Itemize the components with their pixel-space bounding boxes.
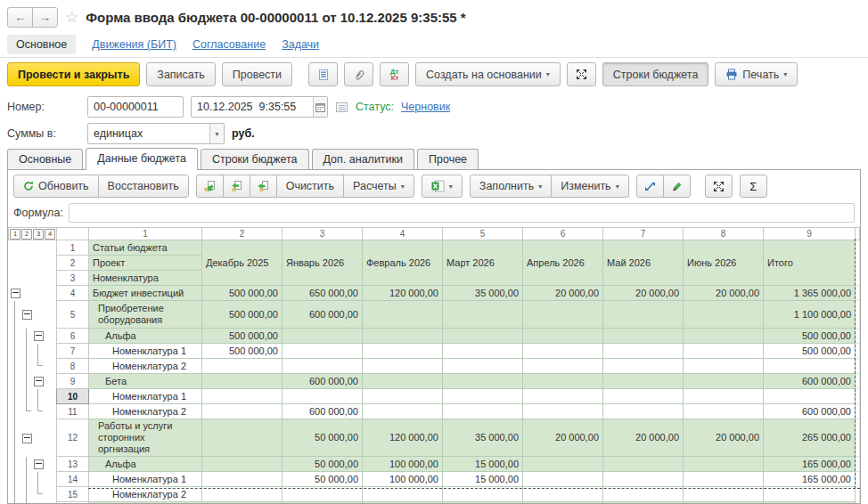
grid-cell[interactable] (443, 329, 523, 344)
grid-cell[interactable] (764, 487, 856, 502)
collapse-group-button[interactable] (22, 310, 32, 320)
grid-row-label[interactable]: Номенклатура 2 (89, 487, 202, 502)
grid-cell[interactable] (283, 389, 363, 404)
grid-cell[interactable]: 500 000,00 (202, 301, 283, 329)
collapse-group-button[interactable] (34, 377, 44, 386)
change-button[interactable]: Изменить▾ (551, 175, 628, 198)
clear-button[interactable]: Очистить (276, 175, 344, 198)
grid-cell[interactable] (443, 359, 523, 374)
grid-cell[interactable]: 165 000,00 (764, 457, 856, 472)
grid-dimension-label[interactable]: Статьи бюджета (89, 240, 202, 256)
grid-dimension-label[interactable]: Проект (89, 256, 202, 271)
grid-cell[interactable]: 500 000,00 (764, 344, 856, 359)
attachments-button[interactable] (344, 62, 373, 86)
fullscreen-button[interactable] (567, 62, 596, 86)
grid-cell[interactable] (443, 301, 523, 329)
grid-cell[interactable] (283, 487, 363, 502)
status-value-link[interactable]: Черновик (401, 101, 450, 113)
grid-cell[interactable] (523, 404, 603, 419)
excel-button[interactable]: ▾ (422, 175, 463, 198)
grid-cell[interactable] (603, 329, 684, 344)
grid-column-header[interactable]: 2 (202, 228, 283, 240)
budget-lines-button[interactable]: Строки бюджета (602, 62, 709, 86)
grid-cell[interactable] (202, 487, 283, 502)
nav-link-movements[interactable]: Движения (БИТ) (92, 38, 176, 51)
grid-column-header[interactable]: 8 (684, 228, 764, 240)
collapse-group-button[interactable] (22, 434, 32, 443)
grid-row-number[interactable]: 5 (57, 301, 89, 329)
grid-period-header[interactable]: Март 2026 (443, 240, 523, 286)
grid-cell[interactable] (443, 374, 523, 389)
grid-column-header[interactable]: 5 (443, 228, 523, 240)
grid-cell[interactable] (363, 487, 443, 502)
grid-cell[interactable]: 20 000,00 (603, 419, 684, 457)
grid-cell[interactable] (443, 344, 523, 359)
collapse-group-button[interactable] (34, 459, 44, 469)
grid-fullscreen-button[interactable] (705, 175, 733, 198)
grid-cell[interactable]: 100 000,00 (363, 457, 443, 472)
swap-rows-columns-button[interactable] (636, 175, 664, 198)
grid-cell[interactable]: 600 000,00 (764, 404, 856, 419)
tab-main[interactable]: Основные (7, 149, 83, 169)
tab-other[interactable]: Прочее (417, 149, 479, 169)
nav-link-tasks[interactable]: Задачи (282, 38, 319, 51)
grid-cell[interactable] (684, 389, 764, 404)
grid-row-number[interactable]: 6 (57, 329, 89, 344)
grid-cell[interactable] (202, 472, 283, 487)
grid-cell[interactable] (202, 374, 283, 389)
grid-cell[interactable]: 1 100 000,00 (764, 301, 856, 329)
grid-cell[interactable]: 265 000,00 (764, 419, 856, 457)
grid-row-number[interactable]: 1 (57, 240, 89, 256)
grid-column-header[interactable]: 4 (363, 228, 443, 240)
grid-cell[interactable]: 50 000,00 (283, 457, 363, 472)
grid-period-header[interactable]: Май 2026 (603, 240, 684, 286)
back-button[interactable]: ← (7, 7, 33, 28)
tab-budget-data[interactable]: Данные бюджета (86, 148, 198, 170)
forward-button[interactable]: → (32, 7, 58, 28)
grid-cell[interactable]: 650 000,00 (283, 286, 363, 301)
grid-cell[interactable] (684, 457, 764, 472)
grid-cell[interactable] (202, 389, 283, 404)
grid-period-header[interactable]: Февраль 2026 (363, 240, 443, 286)
grid-row-number[interactable]: 14 (57, 472, 89, 487)
grid-cell[interactable] (603, 487, 684, 502)
fill-button[interactable]: Заполнить▾ (470, 175, 552, 198)
grid-cell[interactable] (443, 487, 523, 502)
calendar-button[interactable] (313, 97, 327, 117)
grid-period-header[interactable]: Итого (764, 240, 856, 286)
grid-cell[interactable]: 20 000,00 (603, 286, 684, 301)
grid-dimension-label[interactable]: Номенклатура (89, 271, 202, 286)
grid-period-header[interactable]: Апрель 2026 (523, 240, 603, 286)
grid-cell[interactable] (283, 329, 363, 344)
grid-cell[interactable] (363, 301, 443, 329)
grid-cell[interactable] (603, 389, 684, 404)
grid-cell[interactable]: 15 000,00 (443, 472, 523, 487)
grid-row-number[interactable]: 3 (57, 271, 89, 286)
grid-cell[interactable] (363, 389, 443, 404)
grid-cell[interactable] (684, 472, 764, 487)
grid-cell[interactable] (363, 329, 443, 344)
grid-row-label[interactable]: Альфа (89, 329, 202, 344)
grid-row-label[interactable]: Номенклатура 1 (89, 389, 202, 404)
grid-cell[interactable] (603, 374, 684, 389)
grid-row-label[interactable]: Номенклатура 2 (89, 404, 202, 419)
grid-cell[interactable]: 500 000,00 (202, 286, 283, 301)
collapse-group-button[interactable] (34, 331, 44, 341)
grid-cell[interactable]: 15 000,00 (443, 457, 523, 472)
grid-cell[interactable]: 20 000,00 (684, 419, 764, 457)
sum-button[interactable]: Σ (740, 175, 767, 198)
calculations-button[interactable]: Расчеты▾ (343, 175, 414, 198)
grid-cell[interactable] (684, 404, 764, 419)
grid-row-number[interactable]: 10 (57, 389, 89, 404)
import-data-button[interactable] (223, 175, 250, 198)
grid-cell[interactable] (764, 359, 856, 374)
group-level-1-button[interactable]: 1 (10, 229, 20, 240)
grid-cell[interactable] (684, 359, 764, 374)
grid-cell[interactable] (363, 404, 443, 419)
grid-row-number[interactable]: 12 (57, 419, 89, 457)
grid-cell[interactable]: 600 000,00 (283, 374, 363, 389)
grid-cell[interactable] (764, 389, 856, 404)
post-and-close-button[interactable]: Провести и закрыть (7, 62, 140, 86)
number-input[interactable] (88, 99, 183, 115)
post-button[interactable]: Провести (222, 62, 292, 86)
